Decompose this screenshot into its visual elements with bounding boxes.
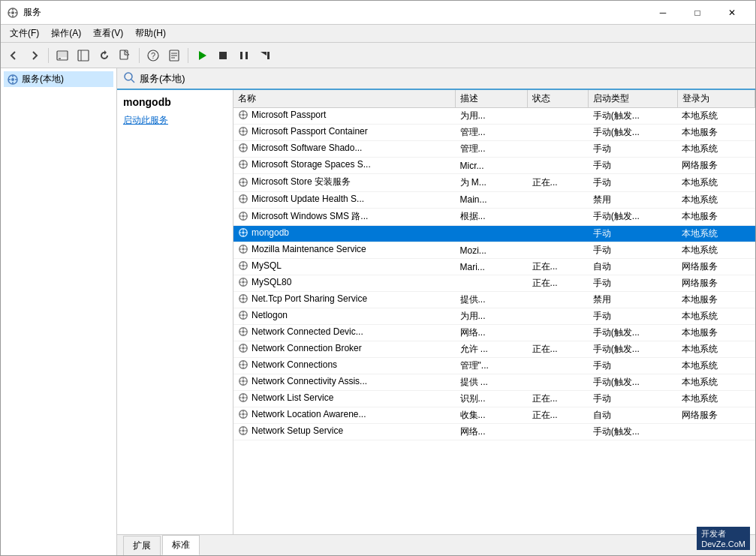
start-service-link[interactable]: 启动此服务 — [123, 114, 227, 127]
service-login-cell: 本地系统 — [677, 358, 754, 374]
services-tree-icon — [7, 74, 19, 86]
service-desc-cell: 提供 ... — [456, 374, 528, 391]
window-title: 服务 — [23, 6, 646, 19]
table-row[interactable]: Microsoft Passport 为用... 手动(触发... 本地系统 — [233, 108, 755, 125]
service-name-cell: Network Connectivity Assis... — [233, 374, 456, 391]
svg-point-105 — [242, 314, 245, 317]
service-table: 名称 描述 状态 启动类型 登录为 — [233, 90, 755, 440]
service-startup-cell: 手动 — [589, 141, 677, 158]
service-startup-cell: 手动 — [589, 174, 677, 192]
tab-standard[interactable]: 标准 — [162, 535, 200, 555]
svg-point-57 — [242, 181, 245, 184]
table-row[interactable]: Microsoft Storage Spaces S... Micr... 手动… — [233, 158, 755, 174]
table-row[interactable]: Netlogon 为用... 手动 本地系统 — [233, 308, 755, 325]
menu-help[interactable]: 帮助(H) — [129, 26, 172, 42]
service-startup-cell: 手动(触发... — [589, 325, 677, 341]
menu-file[interactable]: 文件(F) — [4, 26, 45, 42]
service-status-cell — [528, 125, 589, 141]
service-status-cell — [528, 424, 589, 440]
service-startup-cell: 禁用 — [589, 191, 677, 208]
table-row[interactable]: Microsoft Update Health S... Main... 禁用 … — [233, 191, 755, 208]
stop-button[interactable] — [213, 46, 233, 65]
service-desc-cell: 管理... — [456, 141, 528, 158]
service-startup-cell: 手动(触发... — [589, 341, 677, 358]
svg-point-1 — [11, 11, 14, 14]
play-button[interactable] — [192, 46, 212, 65]
help-button[interactable]: ? — [143, 46, 163, 65]
table-row[interactable]: Network Connected Devic... 网络... 手动(触发..… — [233, 325, 755, 341]
properties-button[interactable] — [164, 46, 184, 65]
tree-item-services-local[interactable]: 服务(本地) — [4, 71, 113, 87]
service-name-cell: Network List Service — [233, 391, 456, 407]
col-header-login[interactable]: 登录为 — [677, 90, 754, 108]
service-login-cell: 本地系统 — [677, 226, 754, 242]
pause-button[interactable] — [234, 46, 254, 65]
tab-expand[interactable]: 扩展 — [123, 536, 161, 555]
service-desc-cell: 管理... — [456, 125, 528, 141]
service-status-cell — [528, 108, 589, 125]
table-row[interactable]: Microsoft Passport Container 管理... 手动(触发… — [233, 125, 755, 141]
table-row[interactable]: Microsoft Windows SMS 路... 根据... 手动(触发..… — [233, 208, 755, 226]
service-list-container[interactable]: 名称 描述 状态 启动类型 登录为 — [233, 90, 755, 534]
service-startup-cell: 手动 — [589, 275, 677, 292]
close-button[interactable]: ✕ — [715, 1, 749, 25]
table-row[interactable]: Network Connection Broker 允许 ... 正在... 手… — [233, 341, 755, 358]
table-row[interactable]: Microsoft Software Shado... 管理... 手动 本地系… — [233, 141, 755, 158]
minimize-button[interactable]: ─ — [646, 1, 680, 25]
service-startup-cell: 手动(触发... — [589, 108, 677, 125]
service-desc-cell: 为 M... — [456, 174, 528, 192]
table-row[interactable]: Network Setup Service 网络... 手动(触发... — [233, 424, 755, 440]
table-row[interactable]: Network List Service 识别... 正在... 手动 本地系统 — [233, 391, 755, 407]
menu-bar: 文件(F) 操作(A) 查看(V) 帮助(H) — [1, 25, 755, 43]
table-row[interactable]: MySQL80 正在... 手动 网络服务 — [233, 275, 755, 292]
show-console-button[interactable] — [53, 46, 72, 65]
service-startup-cell: 手动(触发... — [589, 424, 677, 440]
main-content: 服务(本地) 服务(本地) mongodb — [1, 68, 755, 555]
service-desc-cell: 为用... — [456, 108, 528, 125]
table-row[interactable]: MySQL Mari... 正在... 自动 网络服务 — [233, 259, 755, 275]
bottom-tabs: 扩展 标准 — [117, 534, 755, 555]
table-row[interactable]: Net.Tcp Port Sharing Service 提供... 禁用 本地… — [233, 292, 755, 308]
service-login-cell: 本地系统 — [677, 174, 754, 192]
service-startup-cell: 禁用 — [589, 292, 677, 308]
service-login-cell: 网络服务 — [677, 158, 754, 174]
service-login-cell: 本地服务 — [677, 208, 754, 226]
refresh-button[interactable] — [95, 46, 114, 65]
show-tree-button[interactable] — [74, 46, 93, 65]
table-row[interactable]: Network Location Awarene... 收集... 正在... … — [233, 407, 755, 424]
menu-action[interactable]: 操作(A) — [45, 26, 87, 42]
services-panel-title: 服务(本地) — [140, 72, 185, 86]
back-button[interactable] — [4, 46, 23, 65]
service-status-cell: 正在... — [528, 407, 589, 424]
col-header-startup[interactable]: 启动类型 — [589, 90, 677, 108]
table-row[interactable]: Mozilla Maintenance Service Mozi... 手动 本… — [233, 242, 755, 259]
info-panel: mongodb 启动此服务 — [117, 90, 233, 534]
col-header-desc[interactable]: 描述 — [456, 90, 528, 108]
table-row[interactable]: Microsoft Store 安装服务 为 M... 正在... 手动 本地系… — [233, 174, 755, 192]
col-header-name[interactable]: 名称 — [233, 90, 456, 108]
service-startup-cell: 手动 — [589, 158, 677, 174]
forward-button[interactable] — [25, 46, 44, 65]
export-button[interactable] — [116, 46, 135, 65]
maximize-button[interactable]: □ — [680, 1, 715, 25]
service-name-cell: Mozilla Maintenance Service — [233, 242, 456, 259]
svg-rect-21 — [245, 52, 248, 59]
service-startup-cell: 手动(触发... — [589, 374, 677, 391]
table-row[interactable]: Network Connections 管理"... 手动 本地系统 — [233, 358, 755, 374]
service-name-cell: MySQL — [233, 259, 456, 275]
svg-rect-7 — [58, 52, 67, 57]
services-panel-header: 服务(本地) — [117, 68, 755, 90]
service-desc-cell: 识别... — [456, 391, 528, 407]
col-header-status[interactable]: 状态 — [528, 90, 589, 108]
table-row[interactable]: mongodb 手动 本地系统 — [233, 226, 755, 242]
table-row[interactable]: Network Connectivity Assis... 提供 ... 手动(… — [233, 374, 755, 391]
table-header-row: 名称 描述 状态 启动类型 登录为 — [233, 90, 755, 108]
service-login-cell: 本地服务 — [677, 292, 754, 308]
menu-view[interactable]: 查看(V) — [87, 26, 129, 42]
right-split: mongodb 启动此服务 名称 描述 状态 启动类型 登录为 — [117, 90, 755, 534]
restart-button[interactable] — [255, 46, 275, 65]
service-startup-cell: 手动 — [589, 358, 677, 374]
service-login-cell: 本地系统 — [677, 341, 754, 358]
left-panel: 服务(本地) — [1, 68, 117, 555]
service-status-cell — [528, 325, 589, 341]
